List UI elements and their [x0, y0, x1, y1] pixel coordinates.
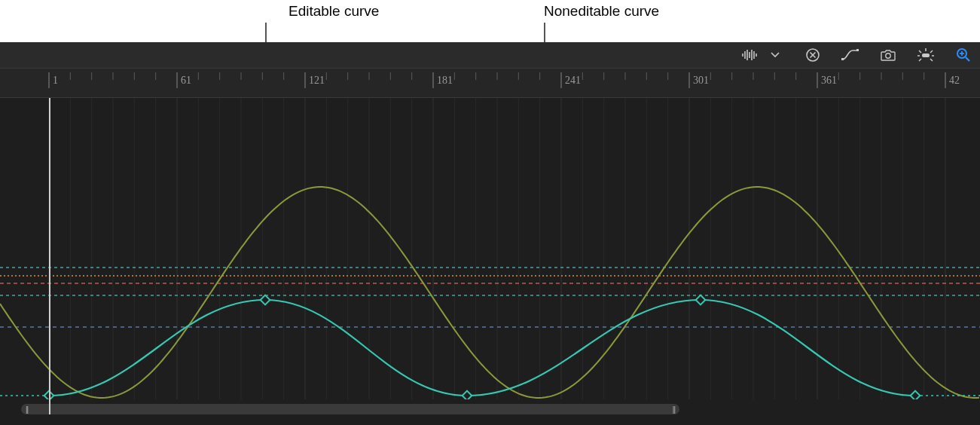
curve-tool-button[interactable] [840, 44, 861, 66]
svg-text:181: 181 [437, 75, 453, 86]
zoom-in-button[interactable] [953, 44, 974, 66]
scroll-grip-right[interactable]: || [673, 405, 675, 414]
svg-text:121: 121 [309, 75, 325, 86]
keyframe-editor: 16112118124130136142 || || [0, 42, 980, 425]
svg-rect-9 [856, 49, 859, 51]
camera-icon[interactable] [878, 44, 899, 66]
audio-waveform-icon[interactable] [739, 44, 760, 66]
svg-rect-8 [841, 58, 844, 60]
svg-point-10 [886, 54, 890, 58]
svg-text:361: 361 [821, 75, 837, 86]
graph-canvas [0, 98, 980, 399]
callout-noneditable-label: Noneditable curve [544, 3, 659, 20]
keyframe[interactable] [261, 295, 270, 305]
svg-line-20 [966, 57, 969, 61]
svg-text:1: 1 [53, 75, 58, 86]
editable-curve[interactable] [49, 300, 915, 396]
svg-text:42: 42 [949, 75, 960, 86]
ruler-ticks: 16112118124130136142 [0, 69, 980, 99]
svg-line-18 [930, 59, 933, 61]
svg-text:61: 61 [181, 75, 191, 86]
clear-button[interactable] [802, 44, 823, 66]
svg-rect-11 [922, 54, 930, 57]
callout-editable-label: Editable curve [289, 3, 379, 20]
highlight-icon[interactable] [915, 44, 936, 66]
keyframe[interactable] [911, 391, 920, 399]
scroll-grip-left[interactable]: || [26, 405, 28, 414]
keyframe[interactable] [696, 295, 706, 305]
svg-text:241: 241 [565, 75, 581, 86]
playhead[interactable] [49, 98, 50, 414]
svg-line-14 [930, 50, 933, 53]
callout-bar: Editable curve Noneditable curve [0, 0, 980, 42]
horizontal-scrollbar[interactable]: || || [21, 404, 679, 414]
graph-area[interactable] [0, 98, 980, 399]
svg-text:301: 301 [693, 75, 709, 86]
chevron-down-icon[interactable] [765, 44, 786, 66]
svg-line-13 [919, 50, 921, 53]
keyframe[interactable] [463, 391, 472, 399]
svg-line-17 [919, 59, 921, 61]
toolbar [0, 42, 980, 68]
ruler[interactable]: 16112118124130136142 [0, 68, 980, 98]
